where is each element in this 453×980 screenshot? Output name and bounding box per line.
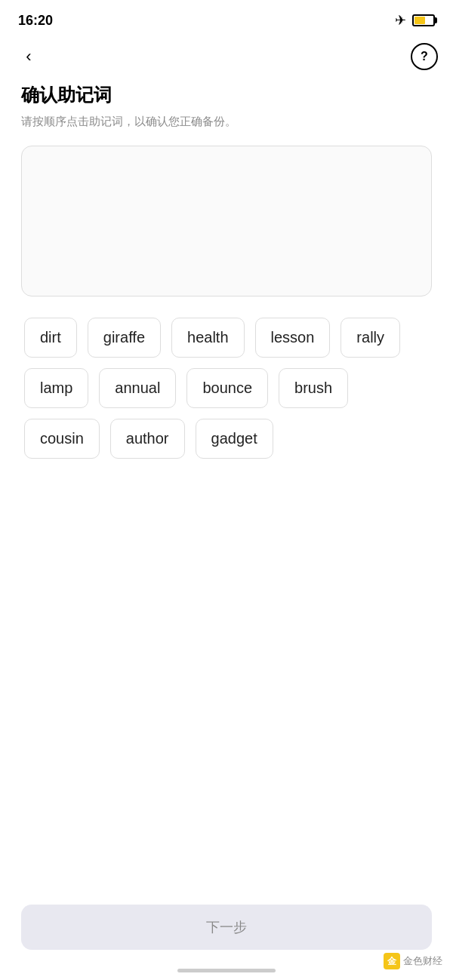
airplane-icon: ✈ (395, 12, 406, 29)
words-area: dirtgiraffehealthlessonrallylampannualbo… (21, 318, 432, 459)
word-chip-cousin[interactable]: cousin (24, 419, 100, 459)
word-chip-health[interactable]: health (171, 318, 245, 358)
back-button[interactable]: ‹ (15, 43, 42, 70)
word-chip-brush[interactable]: brush (279, 368, 348, 408)
status-icons: ✈ (395, 12, 435, 29)
answer-area (21, 146, 432, 296)
watermark: 金 金色财经 (384, 953, 442, 969)
status-bar: 16:20 ✈ (0, 0, 453, 38)
word-chip-gadget[interactable]: gadget (196, 419, 273, 459)
status-time: 16:20 (18, 13, 53, 29)
word-chip-rally[interactable]: rally (341, 318, 400, 358)
word-chip-giraffe[interactable]: giraffe (88, 318, 161, 358)
word-chip-lamp[interactable]: lamp (24, 368, 88, 408)
word-chip-bounce[interactable]: bounce (186, 368, 268, 408)
watermark-icon: 金 (384, 953, 400, 969)
help-button[interactable]: ? (411, 43, 438, 70)
word-chip-dirt[interactable]: dirt (24, 318, 77, 358)
page-subtitle: 请按顺序点击助记词，以确认您正确备份。 (21, 113, 432, 131)
page-title: 确认助记词 (21, 83, 432, 107)
battery-icon (412, 14, 435, 26)
next-button[interactable]: 下一步 (21, 905, 432, 950)
home-indicator (177, 969, 276, 972)
battery-fill (414, 17, 425, 24)
nav-bar: ‹ ? (0, 38, 453, 75)
watermark-text: 金色财经 (403, 954, 442, 968)
word-chip-author[interactable]: author (110, 419, 185, 459)
word-chip-lesson[interactable]: lesson (255, 318, 331, 358)
word-chip-annual[interactable]: annual (99, 368, 176, 408)
page-content: 确认助记词 请按顺序点击助记词，以确认您正确备份。 dirtgiraffehea… (0, 75, 453, 459)
